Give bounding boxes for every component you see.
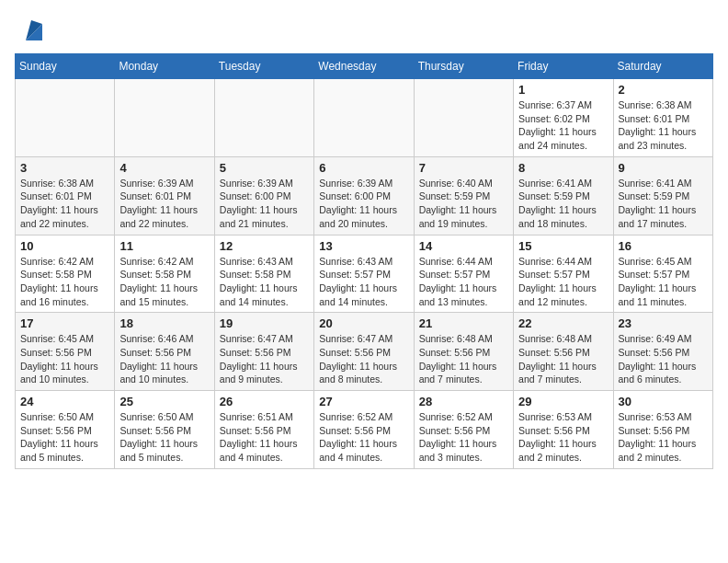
day-number: 4 xyxy=(119,161,209,175)
calendar-cell: 12Sunrise: 6:43 AM Sunset: 5:58 PM Dayli… xyxy=(214,235,313,313)
calendar-cell: 30Sunrise: 6:53 AM Sunset: 5:56 PM Dayli… xyxy=(613,391,712,469)
calendar-cell: 14Sunrise: 6:44 AM Sunset: 5:57 PM Dayli… xyxy=(414,235,513,313)
day-number: 19 xyxy=(220,316,309,330)
calendar-cell xyxy=(115,79,214,157)
day-info: Sunrise: 6:43 AM Sunset: 5:58 PM Dayligh… xyxy=(220,255,309,309)
day-info: Sunrise: 6:48 AM Sunset: 5:56 PM Dayligh… xyxy=(419,332,508,386)
day-number: 3 xyxy=(20,161,109,175)
calendar-cell: 13Sunrise: 6:43 AM Sunset: 5:57 PM Dayli… xyxy=(314,235,414,313)
weekday-header-monday: Monday xyxy=(115,54,214,79)
day-number: 14 xyxy=(419,239,508,253)
calendar-cell: 7Sunrise: 6:40 AM Sunset: 5:59 PM Daylig… xyxy=(414,156,513,235)
weekday-header-friday: Friday xyxy=(514,54,613,79)
day-info: Sunrise: 6:49 AM Sunset: 5:56 PM Dayligh… xyxy=(619,332,708,386)
calendar-cell xyxy=(314,79,414,157)
day-info: Sunrise: 6:44 AM Sunset: 5:57 PM Dayligh… xyxy=(518,255,608,309)
calendar-cell: 28Sunrise: 6:52 AM Sunset: 5:56 PM Dayli… xyxy=(414,391,513,469)
day-number: 18 xyxy=(119,316,209,330)
calendar-cell: 23Sunrise: 6:49 AM Sunset: 5:56 PM Dayli… xyxy=(613,313,712,391)
day-info: Sunrise: 6:53 AM Sunset: 5:56 PM Dayligh… xyxy=(619,410,708,465)
weekday-header-saturday: Saturday xyxy=(613,54,712,79)
calendar-cell: 11Sunrise: 6:42 AM Sunset: 5:58 PM Dayli… xyxy=(115,235,214,313)
day-number: 17 xyxy=(20,316,109,330)
calendar-cell xyxy=(214,79,313,157)
calendar-cell: 16Sunrise: 6:45 AM Sunset: 5:57 PM Dayli… xyxy=(613,235,712,313)
logo xyxy=(15,15,46,44)
day-number: 9 xyxy=(619,161,708,175)
calendar-cell: 9Sunrise: 6:41 AM Sunset: 5:59 PM Daylig… xyxy=(613,156,712,235)
day-number: 22 xyxy=(518,316,608,330)
day-info: Sunrise: 6:44 AM Sunset: 5:57 PM Dayligh… xyxy=(419,255,508,309)
calendar-cell: 17Sunrise: 6:45 AM Sunset: 5:56 PM Dayli… xyxy=(16,313,115,391)
day-info: Sunrise: 6:47 AM Sunset: 5:56 PM Dayligh… xyxy=(319,332,408,386)
day-number: 10 xyxy=(20,239,109,253)
calendar-cell: 5Sunrise: 6:39 AM Sunset: 6:00 PM Daylig… xyxy=(214,156,313,235)
calendar-cell xyxy=(414,79,513,157)
calendar-cell: 1Sunrise: 6:37 AM Sunset: 6:02 PM Daylig… xyxy=(514,79,613,157)
day-info: Sunrise: 6:47 AM Sunset: 5:56 PM Dayligh… xyxy=(220,332,309,386)
calendar-cell: 26Sunrise: 6:51 AM Sunset: 5:56 PM Dayli… xyxy=(214,391,313,469)
day-info: Sunrise: 6:43 AM Sunset: 5:57 PM Dayligh… xyxy=(319,255,408,309)
weekday-header-tuesday: Tuesday xyxy=(214,54,313,79)
day-number: 24 xyxy=(20,395,109,408)
day-number: 27 xyxy=(319,395,408,408)
weekday-header-thursday: Thursday xyxy=(414,54,513,79)
day-info: Sunrise: 6:39 AM Sunset: 6:01 PM Dayligh… xyxy=(119,177,209,231)
day-number: 15 xyxy=(518,239,608,253)
calendar-cell: 10Sunrise: 6:42 AM Sunset: 5:58 PM Dayli… xyxy=(16,235,115,313)
calendar-week-row: 17Sunrise: 6:45 AM Sunset: 5:56 PM Dayli… xyxy=(16,313,713,391)
day-number: 26 xyxy=(220,395,309,408)
calendar-cell: 21Sunrise: 6:48 AM Sunset: 5:56 PM Dayli… xyxy=(414,313,513,391)
day-number: 5 xyxy=(220,161,309,175)
calendar-cell: 24Sunrise: 6:50 AM Sunset: 5:56 PM Dayli… xyxy=(16,391,115,469)
day-number: 25 xyxy=(119,395,209,408)
calendar-cell: 29Sunrise: 6:53 AM Sunset: 5:56 PM Dayli… xyxy=(514,391,613,469)
day-number: 21 xyxy=(419,316,508,330)
day-number: 2 xyxy=(619,83,708,97)
calendar-cell: 6Sunrise: 6:39 AM Sunset: 6:00 PM Daylig… xyxy=(314,156,414,235)
day-number: 29 xyxy=(518,395,608,408)
day-info: Sunrise: 6:41 AM Sunset: 5:59 PM Dayligh… xyxy=(619,177,708,231)
calendar-week-row: 1Sunrise: 6:37 AM Sunset: 6:02 PM Daylig… xyxy=(16,79,713,157)
calendar-cell: 22Sunrise: 6:48 AM Sunset: 5:56 PM Dayli… xyxy=(514,313,613,391)
day-number: 7 xyxy=(419,161,508,175)
calendar-cell: 15Sunrise: 6:44 AM Sunset: 5:57 PM Dayli… xyxy=(514,235,613,313)
day-number: 13 xyxy=(319,239,408,253)
calendar-cell: 8Sunrise: 6:41 AM Sunset: 5:59 PM Daylig… xyxy=(514,156,613,235)
day-info: Sunrise: 6:48 AM Sunset: 5:56 PM Dayligh… xyxy=(518,332,608,386)
calendar-cell: 25Sunrise: 6:50 AM Sunset: 5:56 PM Dayli… xyxy=(115,391,214,469)
day-number: 6 xyxy=(319,161,408,175)
day-info: Sunrise: 6:39 AM Sunset: 6:00 PM Dayligh… xyxy=(220,177,309,231)
calendar-cell: 4Sunrise: 6:39 AM Sunset: 6:01 PM Daylig… xyxy=(115,156,214,235)
day-info: Sunrise: 6:45 AM Sunset: 5:57 PM Dayligh… xyxy=(619,255,708,309)
logo-icon xyxy=(17,15,46,44)
calendar-cell: 2Sunrise: 6:38 AM Sunset: 6:01 PM Daylig… xyxy=(613,79,712,157)
calendar-table: SundayMondayTuesdayWednesdayThursdayFrid… xyxy=(15,53,713,469)
calendar-cell: 3Sunrise: 6:38 AM Sunset: 6:01 PM Daylig… xyxy=(16,156,115,235)
day-info: Sunrise: 6:41 AM Sunset: 5:59 PM Dayligh… xyxy=(518,177,608,231)
weekday-header-sunday: Sunday xyxy=(16,54,115,79)
day-info: Sunrise: 6:51 AM Sunset: 5:56 PM Dayligh… xyxy=(220,410,309,465)
calendar-cell: 27Sunrise: 6:52 AM Sunset: 5:56 PM Dayli… xyxy=(314,391,414,469)
weekday-header-wednesday: Wednesday xyxy=(314,54,414,79)
calendar-week-row: 24Sunrise: 6:50 AM Sunset: 5:56 PM Dayli… xyxy=(16,391,713,469)
day-info: Sunrise: 6:50 AM Sunset: 5:56 PM Dayligh… xyxy=(119,410,209,465)
day-info: Sunrise: 6:39 AM Sunset: 6:00 PM Dayligh… xyxy=(319,177,408,231)
day-number: 28 xyxy=(419,395,508,408)
calendar-cell: 18Sunrise: 6:46 AM Sunset: 5:56 PM Dayli… xyxy=(115,313,214,391)
calendar-cell: 19Sunrise: 6:47 AM Sunset: 5:56 PM Dayli… xyxy=(214,313,313,391)
header xyxy=(15,15,713,44)
day-info: Sunrise: 6:42 AM Sunset: 5:58 PM Dayligh… xyxy=(119,255,209,309)
weekday-header-row: SundayMondayTuesdayWednesdayThursdayFrid… xyxy=(16,54,713,79)
day-number: 8 xyxy=(518,161,608,175)
day-info: Sunrise: 6:52 AM Sunset: 5:56 PM Dayligh… xyxy=(419,410,508,465)
day-number: 20 xyxy=(319,316,408,330)
day-number: 1 xyxy=(518,83,608,97)
day-info: Sunrise: 6:52 AM Sunset: 5:56 PM Dayligh… xyxy=(319,410,408,465)
day-info: Sunrise: 6:38 AM Sunset: 6:01 PM Dayligh… xyxy=(20,177,109,231)
day-number: 16 xyxy=(619,239,708,253)
day-number: 11 xyxy=(119,239,209,253)
day-info: Sunrise: 6:42 AM Sunset: 5:58 PM Dayligh… xyxy=(20,255,109,309)
calendar-cell xyxy=(16,79,115,157)
day-info: Sunrise: 6:45 AM Sunset: 5:56 PM Dayligh… xyxy=(20,332,109,386)
